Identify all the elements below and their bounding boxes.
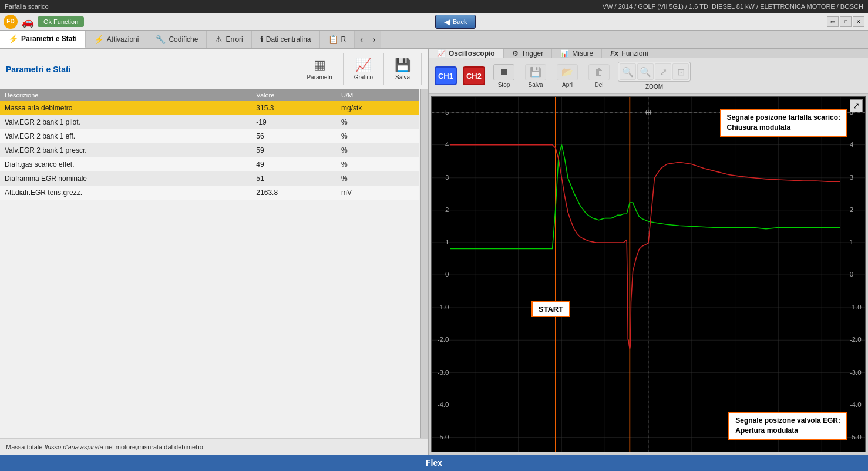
svg-text:-3.0: -3.0: [438, 368, 449, 376]
tab-errori-icon: ⚠: [215, 35, 223, 44]
salva-tool[interactable]: 💾 Salva: [523, 64, 549, 88]
svg-text:3: 3: [445, 173, 449, 181]
table-cell-value: 59: [251, 143, 337, 157]
osc-tab-misure[interactable]: 📊 Misure: [552, 49, 602, 58]
table-cell-value: 2163.8: [251, 186, 337, 200]
title-bar-text: Farfalla scarico: [5, 3, 603, 10]
left-panel: Parametri e Stati ▦ Parametri 📈 Grafico …: [0, 49, 429, 455]
tab-parametri-icon: ⚡: [8, 34, 18, 43]
window-controls: ▭ □ ✕: [827, 16, 864, 27]
action-salva[interactable]: 💾 Salva: [384, 53, 422, 85]
col-header-unit: U/M: [337, 89, 419, 101]
ch2-button[interactable]: CH2: [463, 66, 485, 85]
apri-icon: 📂: [557, 64, 578, 80]
osc-tab-funzioni[interactable]: Fx Funzioni: [602, 49, 657, 58]
salva-icon: 💾: [395, 58, 411, 73]
osc-tab-trigger-icon: ⚙: [512, 49, 519, 58]
table-container: Descrizione Valore U/M Massa aria debime…: [0, 89, 428, 438]
scrollbar-right[interactable]: [420, 89, 428, 438]
tab-codifiche[interactable]: 🔧 Codifiche: [147, 31, 207, 48]
maximize-button[interactable]: □: [840, 16, 852, 27]
tab-dati-icon: ℹ: [260, 35, 263, 44]
table-row[interactable]: Att.diafr.EGR tens.grezz. 2163.8 mV: [0, 186, 419, 200]
table-cell-value: -19: [251, 115, 337, 129]
tab-r[interactable]: 📋 R: [320, 31, 355, 48]
table-cell-unit: %: [337, 129, 419, 143]
tab-parametri[interactable]: ⚡ Parametri e Stati: [0, 31, 86, 48]
svg-text:4: 4: [445, 140, 449, 148]
minimize-button[interactable]: ▭: [827, 16, 839, 27]
content-area: Parametri e Stati ▦ Parametri 📈 Grafico …: [0, 49, 868, 455]
table-cell-value: 315.3: [251, 101, 337, 115]
svg-text:-2.0: -2.0: [438, 335, 449, 343]
salva-osc-icon: 💾: [525, 64, 546, 80]
zoom-group-container: 🔍 🔍 ⤢ ⊡ ZOOM: [618, 62, 691, 90]
stop-icon: ⏹: [493, 64, 514, 80]
svg-text:1: 1: [445, 238, 449, 245]
svg-text:-1.0: -1.0: [438, 303, 449, 311]
svg-text:5: 5: [445, 108, 449, 116]
ok-function-button[interactable]: Ok Function: [38, 16, 84, 27]
action-grafico[interactable]: 📈 Grafico: [344, 53, 384, 85]
table-cell-unit: %: [337, 171, 419, 186]
zoom-out-button[interactable]: 🔍: [637, 63, 654, 80]
osc-tab-funzioni-icon: Fx: [610, 49, 618, 58]
svg-text:-4.0: -4.0: [438, 401, 449, 408]
back-button[interactable]: ◀ Back: [435, 15, 476, 29]
tab-nav-prev[interactable]: ‹: [355, 31, 368, 48]
table-row[interactable]: Valv.EGR 2 bank 1 pilot. -19 %: [0, 115, 419, 129]
osc-tab-trigger[interactable]: ⚙ Trigger: [504, 49, 553, 58]
right-panel: 📈 Oscilloscopio ⚙ Trigger 📊 Misure Fx Fu…: [429, 49, 868, 455]
expand-chart-button[interactable]: ⤢: [850, 99, 863, 112]
apri-tool[interactable]: 📂 Apri: [554, 64, 580, 88]
table-row[interactable]: Valv.EGR 2 bank 1 prescr. 59 %: [0, 143, 419, 157]
table-row[interactable]: Massa aria debimetro 315.3 mg/stk: [0, 101, 419, 115]
logo-badge: FD: [4, 15, 18, 29]
tab-attivazioni[interactable]: ⚡ Attivazioni: [86, 31, 148, 48]
chart-svg: 5 4 3 2 1 0 -1.0 -2.0 -3.0 -4.0 -5.0 5 4…: [432, 97, 865, 452]
svg-text:-1.0: -1.0: [850, 303, 862, 311]
status-text: Massa totale flusso d'aria aspirata nel …: [6, 443, 203, 450]
action-parametri[interactable]: ▦ Parametri: [296, 53, 343, 85]
tab-errori[interactable]: ⚠ Errori: [207, 31, 251, 48]
table-cell-desc: Valv.EGR 2 bank 1 eff.: [0, 129, 251, 143]
table-cell-unit: %: [337, 115, 419, 129]
table-row[interactable]: Diaframma EGR nominale 51 %: [0, 171, 419, 186]
table-cell-value: 56: [251, 129, 337, 143]
back-arrow-icon: ◀: [444, 17, 450, 26]
zoom-reset-button[interactable]: ⊡: [672, 63, 689, 80]
tab-dati[interactable]: ℹ Dati centralina: [252, 31, 320, 48]
annotation-start: START: [531, 301, 570, 317]
tab-nav-next[interactable]: ›: [368, 31, 381, 48]
svg-text:2: 2: [445, 206, 449, 213]
osc-tab-oscilloscopio[interactable]: 📈 Oscilloscopio: [429, 49, 504, 58]
del-tool[interactable]: 🗑 Del: [586, 64, 612, 88]
table-cell-desc: Valv.EGR 2 bank 1 prescr.: [0, 143, 251, 157]
left-panel-header: Parametri e Stati ▦ Parametri 📈 Grafico …: [0, 49, 428, 89]
top-toolbar: FD 🚗 Ok Function ◀ Back ▭ □ ✕: [0, 13, 868, 31]
table-row[interactable]: Diafr.gas scarico effet. 49 %: [0, 157, 419, 171]
svg-text:2: 2: [850, 206, 853, 213]
table-row[interactable]: Valv.EGR 2 bank 1 eff. 56 %: [0, 129, 419, 143]
table-cell-unit: %: [337, 143, 419, 157]
parametri-icon: ▦: [314, 58, 326, 73]
action-icons-row: ▦ Parametri 📈 Grafico 💾 Salva: [296, 53, 422, 85]
col-header-value: Valore: [251, 89, 337, 101]
svg-text:0: 0: [850, 270, 853, 278]
svg-text:-5.0: -5.0: [850, 433, 862, 440]
svg-text:3: 3: [850, 173, 853, 181]
table-cell-unit: mg/stk: [337, 101, 419, 115]
close-button[interactable]: ✕: [853, 16, 864, 27]
svg-text:-3.0: -3.0: [850, 368, 862, 376]
zoom-fit-button[interactable]: ⤢: [655, 63, 671, 80]
zoom-in-button[interactable]: 🔍: [620, 63, 636, 80]
stop-tool[interactable]: ⏹ Stop: [491, 64, 517, 88]
annotation-farfalla: Segnale posizone farfalla scarico:Chiusu…: [720, 109, 847, 137]
svg-text:-4.0: -4.0: [850, 401, 862, 408]
table-scroll[interactable]: Descrizione Valore U/M Massa aria debime…: [0, 89, 428, 438]
osc-tab-misure-icon: 📊: [560, 49, 569, 58]
table-cell-unit: %: [337, 157, 419, 171]
tab-attivazioni-icon: ⚡: [94, 35, 104, 44]
ch1-button[interactable]: CH1: [435, 66, 457, 85]
left-panel-title: Parametri e Stati: [6, 65, 71, 74]
